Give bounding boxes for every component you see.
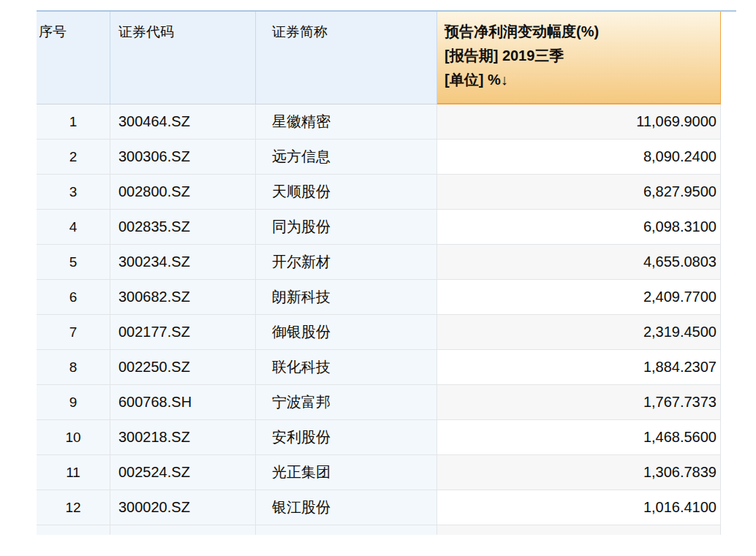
table-row[interactable]: 5 300234.SZ 开尔新材 4,655.0803 [37, 245, 721, 280]
row-index-cell: 5 [37, 245, 110, 280]
table-row[interactable]: 4 002835.SZ 同为股份 6,098.3100 [37, 210, 721, 245]
column-header-security-code-label: 证券代码 [118, 24, 174, 39]
security-code-cell: 002250.SZ [110, 350, 256, 385]
row-index-cell: 7 [37, 315, 110, 350]
security-name-cell: 远方信息 [256, 140, 437, 175]
row-index-cell: 8 [37, 350, 110, 385]
security-name-cell: 联化科技 [256, 350, 437, 385]
table-row[interactable]: 11 002524.SZ 光正集团 1,306.7839 [37, 455, 721, 490]
security-code-cell: 300682.SZ [110, 280, 256, 315]
partial-value-cell [437, 525, 721, 535]
table-row[interactable]: 3 002800.SZ 天顺股份 6,827.9500 [37, 175, 721, 210]
column-header-forecast-value-sorted[interactable]: 预告净利润变动幅度(%) [报告期] 2019三季 [单位] %↓ [437, 12, 721, 104]
security-name-cell: 开尔新材 [256, 245, 437, 280]
security-name-cell: 星徽精密 [256, 104, 437, 140]
security-code-cell: 002524.SZ [110, 455, 256, 490]
security-code-cell: 300306.SZ [110, 140, 256, 175]
table-row[interactable]: 7 002177.SZ 御银股份 2,319.4500 [37, 315, 721, 350]
security-name-cell: 天顺股份 [256, 175, 437, 210]
row-index-cell: 6 [37, 280, 110, 315]
security-name-cell: 安利股份 [256, 420, 437, 455]
table-header-row: 序号 证券代码 证券简称 预告净利润变动幅度(%) [报告期] 2019三季 [… [37, 12, 721, 104]
forecast-value-cell: 1,306.7839 [437, 455, 721, 490]
security-code-cell: 600768.SH [110, 385, 256, 420]
security-code-cell: 002800.SZ [110, 175, 256, 210]
row-index-cell: 11 [37, 455, 110, 490]
security-name-cell: 宁波富邦 [256, 385, 437, 420]
security-code-cell: 002177.SZ [110, 315, 256, 350]
forecast-value-cell: 2,409.7700 [437, 280, 721, 315]
partial-index-cell [37, 525, 110, 535]
row-index-cell: 10 [37, 420, 110, 455]
table-row[interactable]: 12 300020.SZ 银江股份 1,016.4100 [37, 490, 721, 525]
table-row[interactable]: 8 002250.SZ 联化科技 1,884.2307 [37, 350, 721, 385]
security-code-cell: 300020.SZ [110, 490, 256, 525]
security-name-cell: 同为股份 [256, 210, 437, 245]
row-index-cell: 3 [37, 175, 110, 210]
forecast-value-cell: 2,319.4500 [437, 315, 721, 350]
row-index-cell: 2 [37, 140, 110, 175]
forecast-value-cell: 1,016.4100 [437, 490, 721, 525]
forecast-value-cell: 6,827.9500 [437, 175, 721, 210]
forecast-value-cell: 11,069.9000 [437, 104, 721, 140]
forecast-value-cell: 1,767.7373 [437, 385, 721, 420]
forecast-header-report-period: [报告期] 2019三季 [445, 44, 714, 68]
forecast-value-cell: 8,090.2400 [437, 140, 721, 175]
security-code-cell: 002835.SZ [110, 210, 256, 245]
forecast-value-cell: 1,884.2307 [437, 350, 721, 385]
table-row[interactable]: 9 600768.SH 宁波富邦 1,767.7373 [37, 385, 721, 420]
forecast-value-cell: 1,468.5600 [437, 420, 721, 455]
security-code-cell: 300218.SZ [110, 420, 256, 455]
column-header-security-name-label: 证券简称 [272, 24, 328, 39]
table-row[interactable]: 2 300306.SZ 远方信息 8,090.2400 [37, 140, 721, 175]
security-name-cell: 朗新科技 [256, 280, 437, 315]
row-index-cell: 4 [37, 210, 110, 245]
forecast-value-cell: 6,098.3100 [437, 210, 721, 245]
table-row[interactable]: 6 300682.SZ 朗新科技 2,409.7700 [37, 280, 721, 315]
partial-code-cell [110, 525, 256, 535]
security-name-cell: 御银股份 [256, 315, 437, 350]
partial-name-cell [256, 525, 437, 535]
column-header-index: 序号 [37, 12, 110, 104]
table-row[interactable]: 1 300464.SZ 星徽精密 11,069.9000 [37, 104, 721, 140]
forecast-header-title: 预告净利润变动幅度(%) [445, 20, 714, 44]
column-header-index-label: 序号 [39, 24, 67, 39]
row-index-cell: 12 [37, 490, 110, 525]
security-code-cell: 300464.SZ [110, 104, 256, 140]
row-index-cell: 1 [37, 104, 110, 140]
table-body: 1 300464.SZ 星徽精密 11,069.9000 2 300306.SZ… [37, 104, 721, 525]
column-header-security-name[interactable]: 证券简称 [256, 12, 437, 104]
forecast-header-unit-and-sort-arrow: [单位] %↓ [445, 68, 714, 92]
table-row[interactable]: 10 300218.SZ 安利股份 1,468.5600 [37, 420, 721, 455]
securities-forecast-table: 序号 证券代码 证券简称 预告净利润变动幅度(%) [报告期] 2019三季 [… [37, 12, 721, 535]
security-name-cell: 光正集团 [256, 455, 437, 490]
partial-row [37, 525, 721, 535]
forecast-value-cell: 4,655.0803 [437, 245, 721, 280]
row-index-cell: 9 [37, 385, 110, 420]
security-code-cell: 300234.SZ [110, 245, 256, 280]
security-name-cell: 银江股份 [256, 490, 437, 525]
column-header-security-code[interactable]: 证券代码 [110, 12, 256, 104]
